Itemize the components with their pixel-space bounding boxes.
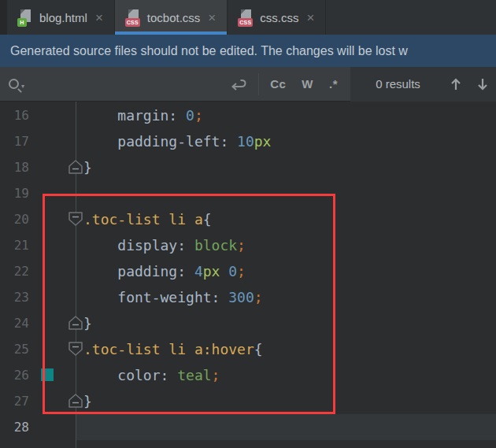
code-line-22[interactable]: 22 padding: 4px 0; (0, 258, 496, 284)
search-input[interactable] (29, 72, 222, 96)
tab-close-icon[interactable]: × (305, 11, 315, 24)
code-text: } (83, 310, 92, 336)
code-line-18[interactable]: 18} (0, 154, 496, 180)
previous-occurrence-icon[interactable] (442, 77, 469, 91)
line-number: 27 (0, 388, 29, 414)
code-line-25[interactable]: 25.toc-list li a:hover{ (0, 336, 496, 362)
code-text: .toc-list li a:hover{ (83, 336, 263, 362)
line-number: 20 (0, 206, 29, 232)
code-line-19[interactable]: 19 (0, 180, 496, 206)
code-line-24[interactable]: 24} (0, 310, 496, 336)
file-type-badge: CSS (238, 18, 253, 27)
code-editor[interactable]: 16 margin: 0;17 padding-left: 10px18}192… (0, 102, 496, 448)
line-number: 25 (0, 336, 29, 362)
fold-end-icon[interactable] (68, 314, 83, 331)
css-file-icon: CSS (238, 8, 254, 27)
color-preview-swatch[interactable] (41, 368, 54, 381)
next-occurrence-icon[interactable] (469, 77, 496, 91)
line-number: 23 (0, 284, 29, 310)
tab-blog.html[interactable]: Hblog.html× (7, 0, 115, 35)
code-text: } (83, 388, 92, 414)
css-file-icon: CSS (125, 8, 141, 27)
code-text: } (83, 154, 92, 180)
find-toolbar: ▾ CcW.* 0 results (0, 67, 496, 102)
tab-css.css[interactable]: CSScss.css× (228, 0, 326, 35)
code-line-28[interactable]: 28 (0, 414, 496, 440)
magnifier-icon (9, 79, 19, 89)
code-line-21[interactable]: 21 display: block; (0, 232, 496, 258)
editor-tab-bar: Hblog.html×CSStocbot.css×CSScss.css× (0, 0, 496, 35)
code-line-20[interactable]: 20.toc-list li a{ (0, 206, 496, 232)
notification-banner: Generated source files should not be edi… (0, 35, 496, 67)
fold-collapse-icon[interactable] (68, 340, 83, 357)
file-type-badge: H (17, 18, 27, 27)
code-line-16[interactable]: 16 margin: 0; (0, 102, 496, 128)
ide-window: Hblog.html×CSStocbot.css×CSScss.css× Gen… (0, 0, 496, 448)
results-section: 0 results (350, 67, 496, 102)
html-file-icon: H (17, 8, 33, 27)
code-text: margin: 0; (83, 102, 203, 128)
line-number: 19 (0, 180, 29, 206)
tab-tocbot.css[interactable]: CSStocbot.css× (115, 0, 228, 35)
banner-message: Generated source files should not be edi… (10, 44, 408, 58)
code-text: padding: 4px 0; (83, 258, 246, 284)
fold-end-icon[interactable] (68, 158, 83, 176)
window-edge (0, 0, 7, 35)
line-number: 26 (0, 362, 29, 388)
line-number: 16 (0, 102, 29, 128)
line-number: 22 (0, 258, 29, 284)
tab-close-icon[interactable]: × (94, 11, 104, 24)
code-line-27[interactable]: 27} (0, 388, 496, 414)
tab-label: css.css (260, 11, 298, 24)
code-text: padding-left: 10px (83, 128, 271, 154)
line-number: 17 (0, 128, 29, 154)
line-number: 29 (0, 440, 29, 448)
line-number: 24 (0, 310, 29, 336)
find-toggles: CcW.* (262, 77, 346, 91)
tab-label: blog.html (39, 11, 87, 24)
code-text: font-weight: 300; (83, 284, 263, 310)
code-lines: 16 margin: 0;17 padding-left: 10px18}192… (0, 102, 496, 448)
code-line-29[interactable]: 29 (0, 440, 496, 448)
fold-end-icon[interactable] (68, 392, 83, 409)
fold-collapse-icon[interactable] (68, 210, 83, 228)
code-line-23[interactable]: 23 font-weight: 300; (0, 284, 496, 310)
results-count: 0 results (350, 77, 442, 91)
search-icon[interactable]: ▾ (0, 78, 29, 90)
tab-label: tocbot.css (147, 11, 201, 24)
tab-close-icon[interactable]: × (207, 11, 217, 24)
words-toggle[interactable]: W (294, 77, 321, 91)
file-type-badge: CSS (125, 18, 140, 27)
newline-icon[interactable] (230, 76, 247, 92)
code-text: display: block; (83, 232, 246, 258)
code-line-26[interactable]: 26 color: teal; (0, 362, 496, 388)
line-number: 18 (0, 154, 29, 180)
line-number: 21 (0, 232, 29, 258)
code-text: color: teal; (83, 362, 220, 388)
toolbar-divider (258, 73, 259, 95)
regex-toggle[interactable]: .* (321, 77, 346, 91)
match-case-toggle[interactable]: Cc (262, 77, 294, 91)
chevron-down-icon: ▾ (21, 83, 24, 90)
code-text: .toc-list li a{ (83, 206, 212, 232)
code-line-17[interactable]: 17 padding-left: 10px (0, 128, 496, 154)
line-number: 28 (0, 414, 29, 440)
tab-bar-tabs: Hblog.html×CSStocbot.css×CSScss.css× (7, 0, 326, 35)
